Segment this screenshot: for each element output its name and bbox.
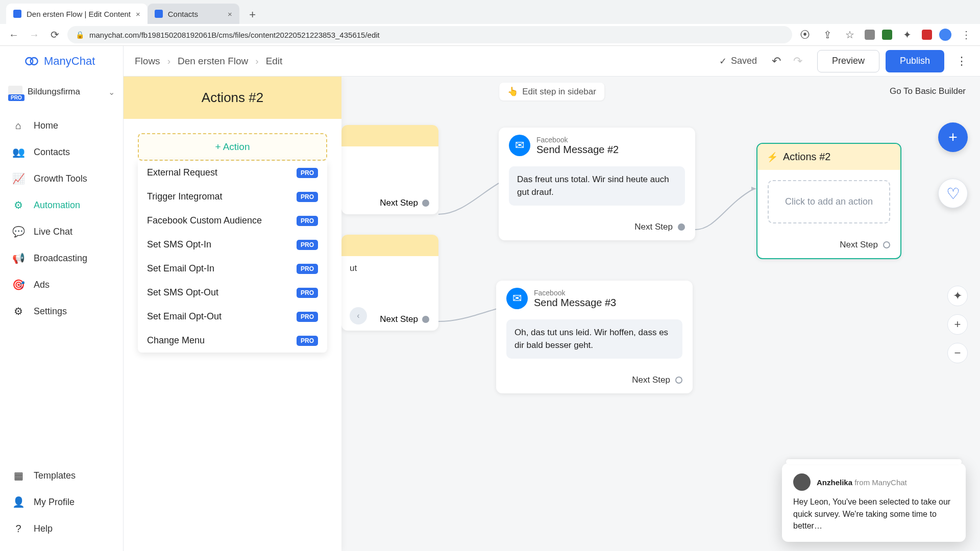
port-icon[interactable] bbox=[422, 316, 429, 323]
action-label: Facebook Custom Audience bbox=[147, 215, 262, 226]
prev-step-button[interactable]: ‹ bbox=[350, 307, 367, 324]
port-icon[interactable] bbox=[883, 241, 890, 248]
sidebar-item-contacts[interactable]: 👥Contacts bbox=[0, 139, 123, 165]
nav-icon: ? bbox=[12, 522, 24, 535]
crumb-edit[interactable]: Edit bbox=[266, 56, 283, 67]
action-menu-item[interactable]: Facebook Custom AudiencePRO bbox=[138, 209, 327, 233]
extension-icon[interactable] bbox=[865, 30, 875, 40]
publish-button[interactable]: Publish bbox=[886, 50, 944, 72]
add-action-button[interactable]: +Action bbox=[138, 133, 327, 161]
nav-label: Contacts bbox=[34, 147, 70, 158]
action-menu-item[interactable]: External RequestPRO bbox=[138, 161, 327, 185]
port-icon[interactable] bbox=[422, 199, 429, 207]
tab-favicon bbox=[13, 10, 21, 18]
chat-sender-from: from ManyChat bbox=[852, 478, 907, 487]
zoom-in-button[interactable]: + bbox=[947, 314, 968, 335]
sidebar-item-my-profile[interactable]: 👤My Profile bbox=[0, 489, 123, 515]
sidebar-item-growth-tools[interactable]: 📈Growth Tools bbox=[0, 165, 123, 192]
action-menu-item[interactable]: Set SMS Opt-InPRO bbox=[138, 233, 327, 257]
node-fragment[interactable]: ut ‹ Next Step bbox=[341, 235, 438, 331]
extension-icon[interactable] bbox=[882, 30, 892, 40]
reload-icon[interactable]: ⟳ bbox=[47, 27, 62, 42]
brand[interactable]: ManyChat bbox=[0, 46, 123, 77]
action-label: Set Email Opt-In bbox=[147, 263, 214, 274]
go-basic-builder-link[interactable]: Go To Basic Builder bbox=[883, 83, 973, 100]
puzzle-icon[interactable]: ✦ bbox=[899, 27, 915, 42]
translate-icon[interactable]: ⦿ bbox=[797, 27, 813, 42]
crumb-flow-name[interactable]: Den ersten Flow bbox=[178, 56, 248, 67]
sidebar-item-help[interactable]: ?Help bbox=[0, 515, 123, 542]
add-action-placeholder[interactable]: Click to add an action bbox=[768, 180, 890, 223]
back-icon[interactable]: ← bbox=[6, 27, 21, 42]
close-icon[interactable]: × bbox=[228, 10, 232, 18]
crumb-flows[interactable]: Flows bbox=[135, 56, 160, 67]
sidebar-item-templates[interactable]: ▦Templates bbox=[0, 462, 123, 489]
card-header: ✉ Facebook Send Message #2 bbox=[499, 128, 695, 161]
sidebar-item-settings[interactable]: ⚙Settings bbox=[0, 298, 123, 324]
workspace-name: Bildungsfirma bbox=[28, 87, 103, 97]
next-step[interactable]: Next Step bbox=[757, 234, 900, 258]
sidebar-item-automation[interactable]: ⚙Automation bbox=[0, 192, 123, 218]
manychat-logo-icon bbox=[24, 54, 39, 68]
nav-label: Templates bbox=[34, 470, 76, 481]
browser-tab-active[interactable]: Den ersten Flow | Edit Content × bbox=[6, 4, 148, 24]
forward-icon[interactable]: → bbox=[27, 27, 42, 42]
sidebar-item-live-chat[interactable]: 💬Live Chat bbox=[0, 218, 123, 245]
nav-label: Live Chat bbox=[34, 227, 72, 237]
action-menu-item[interactable]: Trigger IntegromatPRO bbox=[138, 185, 327, 209]
sidebar-item-ads[interactable]: 🎯Ads bbox=[0, 271, 123, 298]
next-step[interactable]: Next Step bbox=[499, 216, 695, 240]
sidebar-item-broadcasting[interactable]: 📢Broadcasting bbox=[0, 245, 123, 271]
port-icon[interactable] bbox=[678, 223, 685, 231]
port-icon[interactable] bbox=[675, 377, 682, 384]
star-icon[interactable]: ☆ bbox=[842, 27, 857, 42]
nav-icon: ▦ bbox=[12, 469, 24, 482]
pro-badge: PRO bbox=[297, 240, 318, 250]
node-send-message-2[interactable]: ✉ Facebook Send Message #2 Das freut uns… bbox=[499, 128, 695, 240]
next-step-label: Next Step bbox=[380, 314, 418, 324]
node-actions-2[interactable]: ⚡ Actions #2 Click to add an action Next… bbox=[756, 143, 901, 259]
action-menu-item[interactable]: Set Email Opt-InPRO bbox=[138, 257, 327, 281]
more-menu-button[interactable]: ⋮ bbox=[954, 51, 969, 71]
chat-popup[interactable]: Anzhelika from ManyChat Hey Leon, You've… bbox=[782, 463, 966, 542]
preview-button[interactable]: Preview bbox=[817, 50, 879, 72]
auto-arrange-button[interactable]: ✦ bbox=[947, 286, 968, 306]
message-text: Oh, das tut uns leid. Wir hoffen, dass e… bbox=[506, 319, 682, 359]
action-menu-item[interactable]: Change MenuPRO bbox=[138, 329, 327, 353]
flow-canvas[interactable]: 👆 Edit step in sidebar Go To Basic Build… bbox=[124, 77, 980, 551]
workspace-selector[interactable]: PRO Bildungsfirma ⌄ bbox=[8, 86, 115, 98]
new-tab-button[interactable]: + bbox=[243, 6, 262, 24]
nav-label: Settings bbox=[34, 306, 67, 317]
address-bar[interactable]: 🔒 manychat.com/fb198150208192061B/cms/fi… bbox=[67, 26, 792, 43]
pro-badge: PRO bbox=[297, 168, 318, 178]
chat-sender-name: Anzhelika bbox=[817, 478, 852, 487]
chat-message: Hey Leon, You've been selected to take o… bbox=[793, 496, 954, 532]
menu-icon[interactable]: ⋮ bbox=[959, 27, 974, 42]
browser-chrome: Den ersten Flow | Edit Content × Contact… bbox=[0, 0, 980, 46]
favorite-fab[interactable]: ♡ bbox=[938, 179, 968, 208]
share-icon[interactable]: ⇪ bbox=[820, 27, 835, 42]
zoom-controls: ✦ + − bbox=[947, 286, 968, 363]
tab-strip: Den ersten Flow | Edit Content × Contact… bbox=[0, 0, 980, 24]
node-fragment[interactable]: Next Step bbox=[341, 125, 438, 214]
add-action-label: Action bbox=[223, 141, 250, 152]
node-send-message-3[interactable]: ✉ Facebook Send Message #3 Oh, das tut u… bbox=[496, 281, 693, 393]
nav-icon: 🎯 bbox=[12, 279, 24, 291]
action-menu-item[interactable]: Set Email Opt-OutPRO bbox=[138, 305, 327, 329]
saved-label: Saved bbox=[731, 56, 757, 66]
next-step[interactable]: Next Step bbox=[496, 369, 693, 393]
sidebar-item-home[interactable]: ⌂Home bbox=[0, 112, 123, 139]
browser-tab[interactable]: Contacts × bbox=[148, 4, 239, 24]
profile-avatar[interactable] bbox=[939, 29, 951, 41]
close-icon[interactable]: × bbox=[136, 10, 140, 18]
zoom-out-button[interactable]: − bbox=[947, 343, 968, 363]
message-text: Das freut uns total. Wir sind heute auch… bbox=[509, 166, 685, 206]
edit-in-sidebar-button[interactable]: 👆 Edit step in sidebar bbox=[499, 83, 604, 101]
address-row: ← → ⟳ 🔒 manychat.com/fb198150208192061B/… bbox=[0, 24, 980, 46]
add-step-fab[interactable]: + bbox=[938, 122, 968, 152]
redo-button[interactable]: ↷ bbox=[789, 52, 807, 70]
extension-icon[interactable] bbox=[922, 30, 932, 40]
action-menu-item[interactable]: Set SMS Opt-OutPRO bbox=[138, 281, 327, 305]
undo-button[interactable]: ↶ bbox=[767, 52, 786, 70]
preview-label: Preview bbox=[832, 56, 865, 66]
